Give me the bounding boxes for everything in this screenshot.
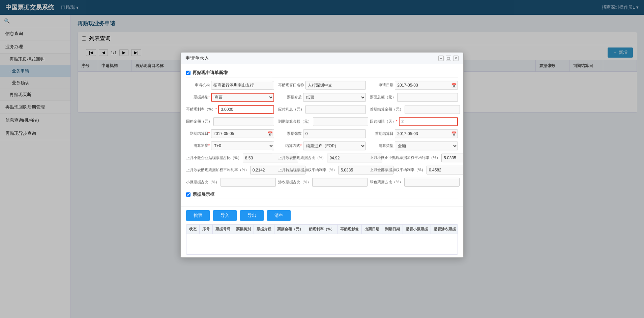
modal-titlebar: 申请单录入 － □ × [181,53,463,64]
payable-interest-label: 应付利息（元） [278,105,304,112]
apply-date-input[interactable] [395,81,458,90]
modal-overlay: 申请单录入 － □ × 再贴现申请单新增 申请机构 再贴现窗口名称 [0,0,644,318]
inner-table-container: 状态 序号 票据号码 票据类别 票据介质 票据金额（元） 贴现利率（%） 再贴现… [181,224,463,257]
last-all-weighted-input[interactable] [427,166,463,174]
field-last-transfer-weighted: 上月转贴现票据加权平均利率（%） [278,166,366,174]
form-row3: 再贴现利率（%） 应付利息（元） 首期结算金额（元） [186,105,458,114]
first-period-settle-input[interactable] [405,105,460,114]
last-agri-weighted-label: 上月涉农贴现票据加权平均利率（%） [186,166,249,172]
btn-pick[interactable]: 挑票 [186,210,210,221]
section2-checkbox[interactable] [186,192,191,196]
field-agri-bill-ratio: 涉农票据占比（%） [278,178,366,187]
field-micro-bill-ratio: 小微票据占比（%） [186,178,274,187]
field-last-all-weighted: 上月全部票据加权平均利率（%） [370,166,458,174]
form-row2: 票据类别 商票 票据介质 纸票 票面总额（元） [186,93,458,102]
form-row4: 回购金额（元） 到期结算金额（元） 回购期限（天） [186,117,458,126]
field-last-micro-ratio: 上月小微企业贴现票据占比（%） [186,154,274,162]
btn-export[interactable]: 导出 [240,210,264,221]
last-micro-weighted-label: 上月小微企业贴现票据加权平均利率（%） [370,154,440,160]
field-rediscount-rate: 再贴现利率（%） [186,105,274,114]
inner-table: 状态 序号 票据号码 票据类别 票据介质 票据金额（元） 贴现利率（%） 再贴现… [186,224,458,255]
form-row6: 清算速度 T+0 结算方式 纯票过户（FOP） 清算类型 全额 [186,141,458,150]
modal-title: 申请单录入 [185,55,209,61]
expire-settle-input[interactable] [313,117,368,126]
clear-type-select[interactable]: 全额 [395,141,458,150]
applying-org-input[interactable] [211,81,274,90]
form-row8: 上月涉农贴现票据加权平均利率（%） 上月转贴现票据加权平均利率（%） 上月全部票… [186,166,458,174]
applying-org-label: 申请机构 [186,81,210,87]
agri-bill-ratio-input[interactable] [312,178,368,187]
form-row5: 到期结算日 📅 票据张数 首期结算日 📅 [186,129,458,138]
last-micro-weighted-input[interactable] [441,154,463,162]
settle-method-label: 结算方式 [278,141,302,148]
modal-dialog: 申请单录入 － □ × 再贴现申请单新增 申请机构 再贴现窗口名称 [180,52,464,258]
calendar-icon-first[interactable]: 📅 [451,131,457,136]
repurchase-amount-label: 回购金额（元） [186,117,212,124]
clear-type-label: 清算类型 [370,141,393,148]
payable-interest-input[interactable] [305,105,366,114]
bill-type-select[interactable]: 商票 [211,93,274,102]
modal-minimize-btn[interactable]: － [438,56,444,61]
field-apply-date: 申请日期 📅 [370,81,458,90]
field-applying-org: 申请机构 [186,81,274,90]
bill-count-input[interactable] [303,129,366,138]
section1-checkbox[interactable] [186,70,191,75]
rediscount-window-input[interactable] [305,81,366,90]
expire-settle-date-input[interactable] [211,129,274,138]
modal-titlebar-buttons: － □ × [438,56,459,61]
first-settle-date-input[interactable] [395,129,458,138]
apply-date-label: 申请日期 [370,81,393,87]
modal-body: 再贴现申请单新增 申请机构 再贴现窗口名称 申请日期 📅 [181,64,463,206]
rediscount-rate-input[interactable] [218,105,274,114]
repurchase-period-input[interactable] [399,117,458,126]
btn-import[interactable]: 导入 [213,210,237,221]
modal-actions: 挑票 导入 导出 清空 [181,206,463,224]
expire-settle-date-label: 到期结算日 [186,129,210,136]
micro-bill-ratio-label: 小微票据占比（%） [186,178,219,184]
green-bill-ratio-input[interactable] [404,178,460,187]
calendar-icon-expire[interactable]: 📅 [267,131,273,136]
section2-label: 票据展示框 [193,191,214,197]
field-green-bill-ratio: 绿色票据占比（%） [370,178,458,187]
field-clear-type: 清算类型 全额 [370,141,458,150]
face-total-input[interactable] [397,93,458,102]
field-settle-method: 结算方式 纯票过户（FOP） [278,141,366,150]
clear-speed-select[interactable]: T+0 [211,141,274,150]
agri-bill-ratio-label: 涉农票据占比（%） [278,178,311,184]
green-bill-ratio-label: 绿色票据占比（%） [370,178,403,184]
field-bill-medium: 票据介质 纸票 [278,93,366,102]
face-total-label: 票面总额（元） [370,93,396,99]
modal-close-btn[interactable]: × [453,56,459,61]
form-row1: 申请机构 再贴现窗口名称 申请日期 📅 [186,81,458,90]
field-first-period-settle: 首期结算金额（元） [370,105,458,114]
bill-medium-select[interactable]: 纸票 [303,93,366,102]
last-agri-ratio-label: 上月涉农贴现票据占比（%） [278,154,326,160]
field-bill-type: 票据类别 商票 [186,93,274,102]
calendar-icon-apply[interactable]: 📅 [451,83,457,88]
rediscount-rate-label: 再贴现利率（%） [186,105,217,112]
field-rediscount-window: 再贴现窗口名称 [278,81,366,90]
clear-speed-label: 清算速度 [186,141,210,148]
field-face-total: 票面总额（元） [370,93,458,102]
inner-table-header: 状态 序号 票据号码 票据类别 票据介质 票据金额（元） 贴现利率（%） 再贴现… [186,225,458,234]
field-last-micro-weighted: 上月小微企业贴现票据加权平均利率（%） [370,154,458,162]
last-transfer-weighted-label: 上月转贴现票据加权平均利率（%） [278,166,337,172]
field-repurchase-amount: 回购金额（元） [186,117,274,126]
form-row7: 上月小微企业贴现票据占比（%） 上月涉农贴现票据占比（%） 上月小微企业贴现票据… [186,154,458,162]
settle-method-select[interactable]: 纯票过户（FOP） [303,141,366,150]
last-micro-ratio-label: 上月小微企业贴现票据占比（%） [186,154,241,160]
repurchase-period-label: 回购期限（天） [370,117,397,124]
field-last-agri-weighted: 上月涉农贴现票据加权平均利率（%） [186,166,274,174]
micro-bill-ratio-input[interactable] [221,178,276,187]
field-clear-speed: 清算速度 T+0 [186,141,274,150]
field-expire-settle: 到期结算金额（元） [278,117,366,126]
repurchase-amount-input[interactable] [213,117,274,126]
modal-maximize-btn[interactable]: □ [446,56,451,61]
field-first-settle-date: 首期结算日 📅 [370,129,458,138]
field-payable-interest: 应付利息（元） [278,105,366,114]
btn-clear[interactable]: 清空 [267,210,291,221]
field-bill-count: 票据张数 [278,129,366,138]
rediscount-window-label: 再贴现窗口名称 [278,81,304,87]
expire-settle-label: 到期结算金额（元） [278,117,312,124]
last-all-weighted-label: 上月全部票据加权平均利率（%） [370,166,425,172]
